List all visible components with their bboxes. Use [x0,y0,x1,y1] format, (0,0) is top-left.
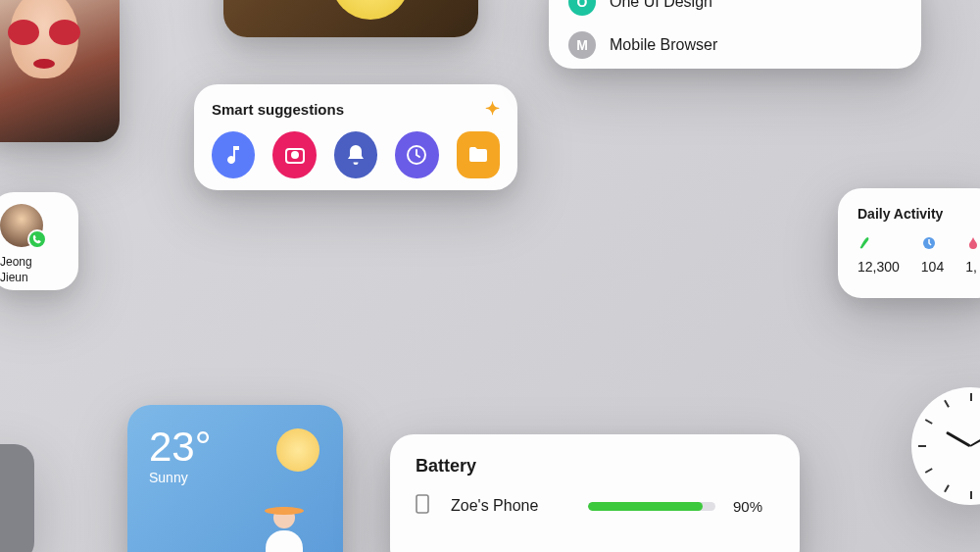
search-results-widget[interactable]: O One UI Design M Mobile Browser [549,0,921,69]
smart-suggestions-title: Smart suggestions [212,101,344,118]
contact-widget[interactable]: Jeong Jieun [0,192,78,290]
activity-stat: 104 [921,235,944,275]
contact-name-line: Jeong [0,255,69,271]
camera-app-icon[interactable] [272,131,316,178]
phone-outline-icon [416,494,433,518]
activity-value: 12,300 [858,259,900,275]
activity-stat: 1, [965,235,980,275]
list-item[interactable]: O One UI Design [568,0,902,24]
forecast-day: Thu [0,503,26,515]
battery-widget[interactable]: Battery Zoe's Phone 90% [390,434,800,552]
mini-forecast-widget[interactable]: Thu [0,444,34,552]
photo-widget[interactable] [0,0,120,142]
activity-value: 1, [965,259,980,275]
list-item-label: One UI Design [610,0,712,11]
contact-name-line: Jieun [0,271,69,286]
battery-percent: 90% [733,498,774,515]
activity-title: Daily Activity [858,206,980,222]
food-photo-widget[interactable] [223,0,478,37]
folder-app-icon[interactable] [457,131,500,178]
list-item[interactable]: M Mobile Browser [568,24,902,67]
cal-icon [965,235,980,253]
clock-app-icon[interactable] [395,131,438,178]
activity-value: 104 [921,259,944,275]
weather-illustration [255,503,314,552]
portrait-lips [33,59,55,69]
list-item-label: Mobile Browser [610,36,717,54]
clock-minute-hand [970,426,981,447]
activity-stat: 12,300 [858,235,900,275]
device-name: Zoe's Phone [451,497,570,515]
time-icon [921,235,944,253]
sunglasses-icon [8,20,80,45]
steps-icon [858,235,900,253]
weather-condition: Sunny [149,470,321,485]
weather-temperature: 23° [149,427,321,468]
lemon-graphic [331,0,410,20]
svg-point-0 [291,151,299,159]
battery-device-row[interactable]: Zoe's Phone 90% [416,494,774,518]
phone-badge-icon [27,229,47,249]
battery-progress-fill [588,502,703,511]
weather-widget[interactable]: 23° Sunny [127,405,343,552]
daily-activity-widget[interactable]: Daily Activity 12,300 104 1, [838,188,980,298]
app-badge-o: O [568,0,596,16]
app-badge-m: M [568,31,596,59]
battery-title: Battery [416,456,774,477]
clock-widget[interactable] [911,387,980,505]
sparkle-icon: ✦ [485,98,500,120]
battery-progress-bar [588,502,715,511]
svg-rect-3 [416,495,428,513]
music-app-icon[interactable] [212,131,255,178]
bell-app-icon[interactable] [334,131,377,178]
clock-hour-hand [946,431,971,448]
smart-suggestions-widget[interactable]: Smart suggestions ✦ [194,84,517,190]
